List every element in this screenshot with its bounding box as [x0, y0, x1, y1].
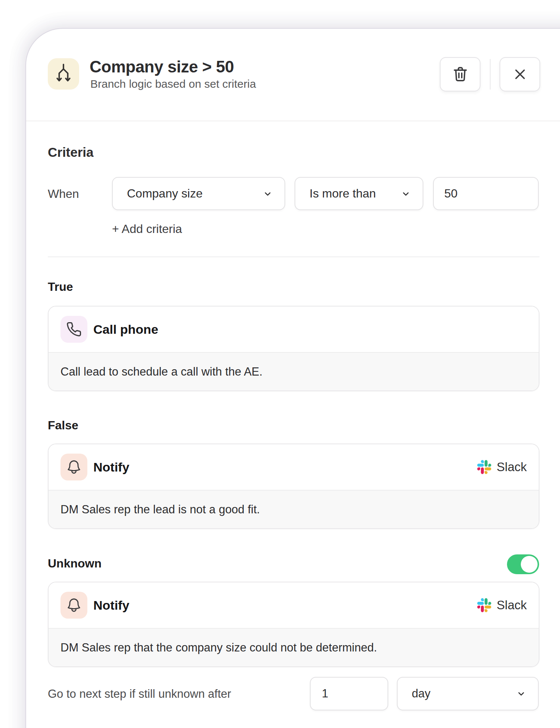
branch-label-false: False — [48, 419, 78, 432]
header-button-divider — [490, 59, 491, 90]
phone-icon — [66, 321, 82, 337]
toggle-knob — [521, 556, 538, 573]
action-title: Call phone — [93, 322, 158, 337]
integration-name: Slack — [497, 598, 527, 612]
branch-split-icon — [53, 62, 74, 85]
action-card-call-phone[interactable]: Call phone Call lead to schedule a call … — [48, 306, 539, 391]
action-description: DM Sales rep the lead is not a good fit. — [49, 490, 539, 528]
action-description: Call lead to schedule a call with the AE… — [49, 352, 539, 391]
action-icon-badge — [60, 592, 87, 619]
branch-step-icon-badge — [48, 58, 79, 90]
page-title: Company size > 50 — [90, 57, 234, 76]
criteria-operator-select[interactable]: Is more than — [295, 177, 423, 210]
criteria-value-input[interactable] — [433, 177, 539, 210]
page-subtitle: Branch logic based on set criteria — [90, 78, 256, 90]
bell-icon — [66, 597, 82, 613]
criteria-field-value: Company size — [127, 187, 203, 200]
branch-label-unknown: Unknown — [48, 557, 102, 570]
close-icon — [512, 66, 528, 83]
integration-name: Slack — [497, 460, 527, 474]
unknown-branch-toggle[interactable] — [507, 554, 539, 574]
delete-step-button[interactable] — [440, 57, 480, 91]
bell-icon — [66, 459, 82, 475]
integration-badge-slack: Slack — [477, 598, 527, 612]
criteria-divider — [48, 256, 539, 257]
action-description: DM Sales rep that the company size could… — [49, 628, 539, 666]
close-panel-button[interactable] — [500, 57, 540, 91]
when-label: When — [48, 187, 79, 201]
action-card-header: Notify Slack — [49, 444, 539, 490]
action-icon-badge — [60, 454, 87, 480]
unknown-delay-unit-value: day — [412, 687, 430, 700]
action-card-header: Notify Slack — [49, 582, 539, 628]
criteria-field-select[interactable]: Company size — [112, 177, 285, 210]
action-title: Notify — [93, 598, 129, 613]
chevron-down-icon — [262, 188, 273, 199]
action-card-notify-false[interactable]: Notify Slack DM Sales rep — [48, 444, 539, 529]
action-title: Notify — [93, 460, 129, 475]
unknown-delay-unit-select[interactable]: day — [397, 677, 539, 710]
unknown-delay-label: Go to next step if still unknown after — [48, 687, 231, 701]
integration-badge-slack: Slack — [477, 460, 527, 474]
trash-icon — [452, 66, 469, 83]
slack-logo-icon — [477, 598, 491, 612]
unknown-delay-value-input[interactable] — [310, 677, 388, 710]
criteria-operator-value: Is more than — [309, 187, 376, 200]
branch-label-true: True — [48, 280, 73, 294]
chevron-down-icon — [400, 188, 411, 199]
criteria-heading: Criteria — [48, 145, 94, 160]
add-criteria-button[interactable]: + Add criteria — [112, 222, 182, 236]
action-icon-badge — [60, 316, 87, 343]
action-card-header: Call phone — [49, 307, 539, 352]
chevron-down-icon — [516, 688, 527, 699]
slack-logo-icon — [477, 460, 491, 474]
action-card-notify-unknown[interactable]: Notify Slack DM Sales rep — [48, 582, 539, 667]
workflow-step-editor: Company size > 50 Branch logic based on … — [0, 0, 560, 728]
header-divider — [26, 121, 560, 121]
